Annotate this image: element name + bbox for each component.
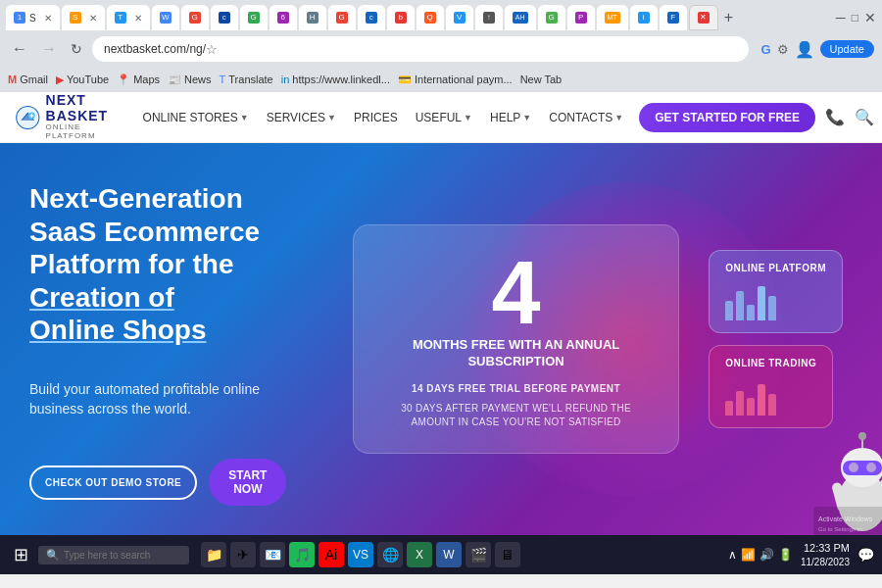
get-started-button[interactable]: GET STARTED FOR FREE [639, 103, 815, 132]
address-bar[interactable]: nextbasket.com/ng/ ☆ [92, 36, 749, 62]
tab-i1[interactable]: i [630, 5, 658, 30]
bookmark-maps-label: Maps [133, 74, 160, 85]
tab-12[interactable]: b [387, 5, 415, 30]
network-icon: 📶 [741, 548, 756, 562]
feature-card-platform: ONLINE PLATFORM [709, 250, 843, 333]
tab-g[interactable]: G [538, 5, 565, 30]
start-now-button[interactable]: START NOW [209, 459, 286, 506]
bookmark-intlpay[interactable]: 💳 International paym... [398, 74, 513, 86]
tab-f1[interactable]: F [660, 5, 687, 30]
taskbar-app-adobe[interactable]: Ai [318, 542, 344, 567]
dropdown-arrow-4: ▼ [522, 113, 531, 122]
logo[interactable]: NEXT BASKET ONLINE PLATFORM [16, 93, 120, 140]
tab-p[interactable]: P [567, 5, 595, 30]
tab-active[interactable]: ✕ [689, 5, 718, 30]
tab-4[interactable]: W [152, 5, 179, 30]
tab-8[interactable]: 6 [270, 5, 297, 30]
nav-useful[interactable]: USEFUL ▼ [408, 107, 480, 128]
robot-illustration: Activate Windows Go to Settings to... [813, 414, 882, 535]
tab-11[interactable]: c [358, 5, 385, 30]
bookmark-linkedin[interactable]: in https://www.linkedl... [281, 74, 390, 85]
extensions-icon[interactable]: ⚙ [777, 42, 789, 57]
bookmark-maps[interactable]: 📍 Maps [117, 74, 160, 86]
taskbar-sys-icons: ∧ 📶 🔊 🔋 [728, 548, 793, 562]
hero-right: ONLINE PLATFORM ONLINE TRADING [699, 143, 882, 535]
nav-services[interactable]: SERVICES ▼ [259, 107, 344, 128]
bookmark-news[interactable]: 📰 News [168, 74, 212, 86]
taskbar-app-vlc[interactable]: 🎬 [466, 542, 491, 567]
nav-header: NEXT BASKET ONLINE PLATFORM ONLINE STORE… [0, 92, 882, 143]
tab-9[interactable]: H [299, 5, 326, 30]
taskbar-app-browser[interactable]: 🌐 [377, 542, 403, 567]
taskbar-app-network[interactable]: 🖥 [495, 542, 520, 567]
svg-text:Go to Settings to...: Go to Settings to... [818, 526, 867, 532]
taskbar-app-mail[interactable]: 📧 [260, 542, 285, 567]
tab-15[interactable]: ↑ [475, 5, 503, 30]
reload-button[interactable]: ↻ [67, 39, 86, 59]
card1-chart [725, 281, 826, 320]
bookmark-youtube[interactable]: ▶ YouTube [56, 74, 109, 86]
tab-7[interactable]: G [240, 5, 268, 30]
demo-store-button[interactable]: CHECK OUT DEMO STORE [29, 466, 197, 500]
card2-chart [725, 376, 816, 416]
minimize-button[interactable]: ─ [836, 10, 846, 25]
maximize-button[interactable]: □ [852, 11, 858, 24]
taskbar-date-display: 11/28/2023 [801, 556, 850, 568]
offer-number: 4 [381, 249, 651, 337]
offer-detail1: 14 DAYS FREE TRIAL BEFORE PAYMENT [381, 383, 651, 394]
taskbar-app-music[interactable]: 🎵 [289, 542, 315, 567]
tab-5[interactable]: G [181, 5, 209, 30]
update-button[interactable]: Update [820, 40, 874, 58]
tab-close-3[interactable]: ✕ [134, 13, 142, 24]
tab-10[interactable]: G [328, 5, 356, 30]
taskbar-search[interactable]: 🔍 [38, 546, 189, 564]
bookmark-translate[interactable]: T Translate [220, 74, 273, 85]
tab-2[interactable]: S ✕ [62, 5, 105, 30]
dropdown-arrow-1: ▼ [240, 113, 249, 122]
bookmark-newtab-label: New Tab [520, 74, 563, 85]
new-tab-button[interactable]: + [724, 9, 733, 26]
system-tray-chevron[interactable]: ∧ [728, 548, 737, 562]
notification-icon[interactable]: 💬 [858, 547, 874, 563]
search-icon[interactable]: 🔍 [855, 108, 874, 126]
taskbar-app-excel[interactable]: X [407, 542, 432, 567]
profile-icon[interactable]: 👤 [795, 40, 814, 59]
taskbar-app-word[interactable]: W [436, 542, 462, 567]
taskbar-app-file-explorer[interactable]: 📁 [201, 542, 226, 567]
nav-online-stores[interactable]: ONLINE STORES ▼ [135, 107, 257, 128]
tab-ah[interactable]: AH [505, 5, 536, 30]
taskbar-app-vscode[interactable]: VS [348, 542, 373, 567]
bookmark-newtab[interactable]: New Tab [520, 74, 563, 85]
tab-13[interactable]: Q [416, 5, 444, 30]
tab-6[interactable]: c [211, 5, 238, 30]
tab-3[interactable]: T ✕ [107, 5, 150, 30]
dropdown-arrow-2: ▼ [327, 113, 336, 122]
svg-point-8 [858, 432, 866, 440]
card1-title: ONLINE PLATFORM [725, 263, 826, 273]
google-icon: G [760, 42, 770, 57]
tab-close[interactable]: ✕ [44, 13, 52, 24]
bookmark-gmail[interactable]: M Gmail [8, 74, 48, 85]
hero-subtitle: Build your automated profitable online b… [29, 380, 304, 418]
nav-right: GET STARTED FOR FREE 📞 🔍 🇳🇬 ▼ LOGIN [639, 103, 882, 132]
star-icon[interactable]: ☆ [206, 42, 218, 57]
back-button[interactable]: ← [8, 38, 31, 60]
tab-1[interactable]: 1 S ✕ [6, 5, 60, 30]
bookmark-gmail-label: Gmail [20, 74, 48, 85]
tab-14[interactable]: V [446, 5, 473, 30]
forward-button[interactable]: → [37, 38, 61, 60]
taskbar-search-input[interactable] [64, 550, 181, 561]
hero-left: Next-Generation SaaS Ecommerce Platform … [0, 143, 333, 535]
taskbar-clock[interactable]: 12:33 PM 11/28/2023 [801, 541, 850, 567]
nav-help[interactable]: HELP ▼ [482, 107, 539, 128]
start-button[interactable]: ⊞ [8, 542, 34, 567]
nav-prices[interactable]: PRICES [346, 107, 406, 128]
nav-contacts[interactable]: CONTACTS ▼ [541, 107, 631, 128]
close-button[interactable]: ✕ [864, 10, 876, 25]
tab-close-2[interactable]: ✕ [89, 13, 97, 24]
volume-icon[interactable]: 🔊 [760, 548, 774, 562]
phone-icon[interactable]: 📞 [825, 108, 845, 126]
bookmark-youtube-label: YouTube [67, 74, 109, 85]
taskbar-app-telegram[interactable]: ✈ [230, 542, 256, 567]
tab-mt[interactable]: MT [597, 5, 628, 30]
